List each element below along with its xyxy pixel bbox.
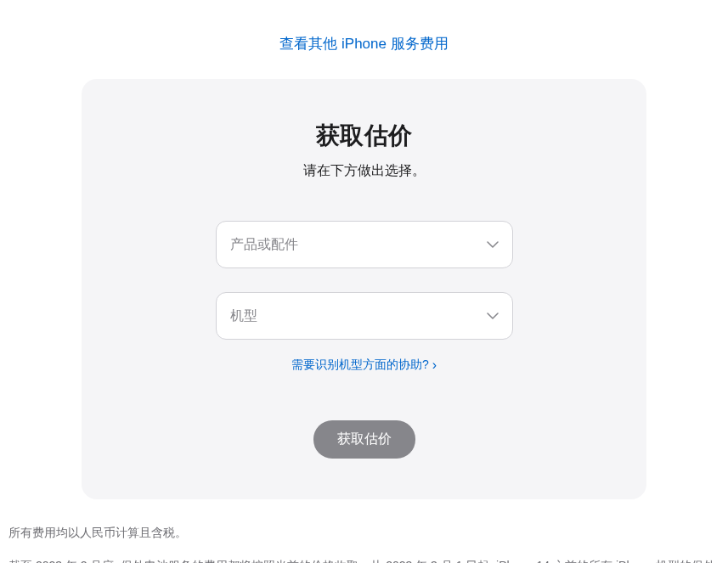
estimate-card: 获取估价 请在下方做出选择。 产品或配件 机型 需要识别机型方面的协助? 获取估…: [82, 79, 646, 499]
model-select[interactable]: 机型: [216, 292, 513, 340]
card-title: 获取估价: [116, 120, 612, 152]
model-select-wrapper: 机型: [216, 292, 513, 340]
get-estimate-button[interactable]: 获取估价: [313, 420, 415, 459]
page-container: 查看其他 iPhone 服务费用 获取估价 请在下方做出选择。 产品或配件 机型…: [0, 0, 728, 563]
product-select-wrapper: 产品或配件: [216, 221, 513, 268]
top-link-wrapper: 查看其他 iPhone 服务费用: [0, 0, 728, 79]
other-services-link[interactable]: 查看其他 iPhone 服务费用: [279, 36, 448, 52]
footer-note-2-part1: 截至 2023 年 2 月底, 保外电池服务的费用都将按照当前的价格收取。从 2…: [8, 559, 715, 563]
model-select-placeholder: 机型: [230, 307, 257, 325]
footer-text: 所有费用均以人民币计算且含税。 截至 2023 年 2 月底, 保外电池服务的费…: [0, 499, 728, 563]
footer-note-1: 所有费用均以人民币计算且含税。: [8, 521, 720, 544]
chevron-down-icon: [487, 241, 499, 248]
card-subtitle: 请在下方做出选择。: [116, 162, 612, 180]
product-select-placeholder: 产品或配件: [230, 236, 298, 254]
help-link-wrapper: 需要识别机型方面的协助?: [116, 357, 612, 373]
product-select[interactable]: 产品或配件: [216, 221, 513, 268]
chevron-down-icon: [487, 312, 499, 319]
footer-note-2: 截至 2023 年 2 月底, 保外电池服务的费用都将按照当前的价格收取。从 2…: [8, 555, 720, 563]
identify-model-help-link[interactable]: 需要识别机型方面的协助?: [291, 358, 437, 373]
